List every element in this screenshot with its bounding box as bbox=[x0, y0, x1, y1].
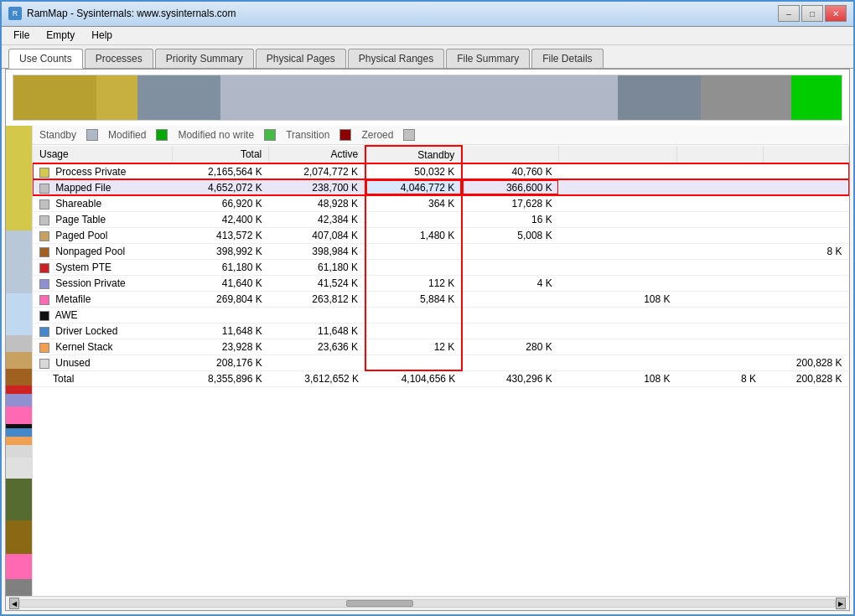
cell-active: 2,074,772 K bbox=[269, 163, 365, 179]
cell-standby bbox=[365, 307, 462, 323]
swatch-page-table bbox=[39, 215, 49, 225]
scroll-right-button[interactable]: ▶ bbox=[836, 598, 846, 609]
table-row[interactable]: Mapped File 4,652,072 K 238,700 K 4,046,… bbox=[33, 179, 849, 195]
tab-priority-summary[interactable]: Priority Summary bbox=[155, 49, 254, 68]
table-row[interactable]: Process Private 2,165,564 K 2,074,772 K … bbox=[33, 163, 849, 179]
table-row[interactable]: Kernel Stack 23,928 K 23,636 K 12 K 280 … bbox=[33, 339, 849, 355]
cell-standby bbox=[365, 243, 462, 259]
cell-transition bbox=[677, 323, 763, 339]
cell-modnow bbox=[559, 307, 677, 323]
cell-usage: Mapped File bbox=[33, 179, 173, 195]
titlebar-controls: – □ ✕ bbox=[778, 5, 847, 22]
table-row[interactable]: Metafile 269,804 K 263,812 K 5,884 K 108… bbox=[33, 291, 849, 307]
menu-empty[interactable]: Empty bbox=[38, 28, 83, 43]
cell-usage: Nonpaged Pool bbox=[33, 243, 173, 259]
cell-zeroed bbox=[763, 307, 849, 323]
cell-usage: Unused bbox=[33, 355, 173, 370]
cell-total: 41,640 K bbox=[173, 275, 269, 291]
menubar: File Empty Help bbox=[2, 27, 853, 45]
left-bar-priority2 bbox=[6, 520, 32, 554]
cell-usage: Paged Pool bbox=[33, 227, 173, 243]
cell-total: 42,400 K bbox=[173, 211, 269, 227]
table-row[interactable]: Session Private 41,640 K 41,524 K 112 K … bbox=[33, 275, 849, 291]
cell-usage: Process Private bbox=[33, 163, 173, 179]
cell-zeroed: 8 K bbox=[763, 243, 849, 259]
close-button[interactable]: ✕ bbox=[825, 5, 847, 22]
cell-transition bbox=[677, 259, 763, 275]
cell-modnow bbox=[559, 211, 677, 227]
minimize-button[interactable]: – bbox=[778, 5, 800, 22]
tab-processes[interactable]: Processes bbox=[85, 49, 153, 68]
cell-modified bbox=[462, 243, 558, 259]
col-active: Active bbox=[269, 146, 365, 164]
swatch-kernel-stack bbox=[39, 343, 49, 353]
cell-total: 61,180 K bbox=[173, 259, 269, 275]
left-bar-kernel-stack bbox=[6, 437, 32, 445]
cell-transition bbox=[677, 211, 763, 227]
mem-seg-1 bbox=[96, 75, 137, 120]
left-bar-system-pte bbox=[6, 386, 32, 394]
cell-active: 407,084 K bbox=[269, 227, 365, 243]
cell-modnow bbox=[559, 195, 677, 211]
cell-active: 42,384 K bbox=[269, 211, 365, 227]
tab-physical-ranges[interactable]: Physical Ranges bbox=[348, 49, 444, 68]
data-table[interactable]: Standby Modified Modified no write Trans… bbox=[33, 126, 849, 596]
cell-total: 66,920 K bbox=[173, 195, 269, 211]
scroll-left-button[interactable]: ◀ bbox=[9, 598, 19, 609]
table-row[interactable]: AWE bbox=[33, 307, 849, 323]
cell-zeroed: 200,828 K bbox=[763, 355, 849, 370]
mem-seg-4 bbox=[618, 75, 701, 120]
cell-total: 4,652,072 K bbox=[173, 179, 269, 195]
cell-modnow bbox=[559, 163, 677, 179]
table-row[interactable]: Shareable 66,920 K 48,928 K 364 K 17,628… bbox=[33, 195, 849, 211]
legend-transition-label: Transition bbox=[286, 129, 329, 141]
cell-zeroed bbox=[763, 227, 849, 243]
cell-transition bbox=[677, 163, 763, 179]
left-bar-metafile bbox=[6, 406, 32, 423]
cell-standby: 364 K bbox=[365, 195, 462, 211]
table-row[interactable]: Unused 208,176 K 200,828 K bbox=[33, 355, 849, 370]
scrollbar-track[interactable] bbox=[19, 599, 836, 608]
col-standby: Standby bbox=[365, 146, 462, 164]
left-bar-unused bbox=[6, 445, 32, 458]
tab-file-details[interactable]: File Details bbox=[531, 49, 603, 68]
cell-zeroed: 200,828 K bbox=[763, 370, 849, 387]
scrollbar-thumb[interactable] bbox=[346, 600, 413, 607]
swatch-metafile bbox=[39, 295, 49, 305]
memory-bar bbox=[13, 75, 842, 121]
cell-total: 2,165,564 K bbox=[173, 163, 269, 179]
table-row[interactable]: Nonpaged Pool 398,992 K 398,984 K 8 K bbox=[33, 243, 849, 259]
cell-transition bbox=[677, 275, 763, 291]
cell-total: 398,992 K bbox=[173, 243, 269, 259]
mem-seg-2 bbox=[137, 75, 220, 120]
horizontal-scrollbar[interactable]: ◀ ▶ bbox=[6, 596, 849, 610]
tab-use-counts[interactable]: Use Counts bbox=[8, 49, 83, 69]
maximize-button[interactable]: □ bbox=[801, 5, 823, 22]
tab-file-summary[interactable]: File Summary bbox=[446, 49, 530, 68]
left-bar-priority3 bbox=[6, 554, 32, 579]
cell-total: 208,176 K bbox=[173, 355, 269, 370]
cell-usage: System PTE bbox=[33, 259, 173, 275]
table-area: Standby Modified Modified no write Trans… bbox=[6, 126, 849, 596]
table-row[interactable]: Driver Locked 11,648 K 11,648 K bbox=[33, 323, 849, 339]
col-modnow bbox=[559, 146, 677, 164]
col-total: Total bbox=[173, 146, 269, 164]
legend-modified-label: Modified bbox=[108, 129, 146, 141]
cell-zeroed bbox=[763, 323, 849, 339]
table-total-row: Total 8,355,896 K 3,612,652 K 4,104,656 … bbox=[33, 370, 849, 387]
cell-modified: 430,296 K bbox=[462, 370, 558, 387]
table-row[interactable]: Paged Pool 413,572 K 407,084 K 1,480 K 5… bbox=[33, 227, 849, 243]
table-row[interactable]: System PTE 61,180 K 61,180 K bbox=[33, 259, 849, 275]
left-bar-nonpaged-pool bbox=[6, 369, 32, 386]
col-usage: Usage bbox=[33, 146, 173, 164]
tab-physical-pages[interactable]: Physical Pages bbox=[256, 49, 346, 68]
cell-modified: 5,008 K bbox=[462, 227, 558, 243]
menu-file[interactable]: File bbox=[5, 28, 38, 43]
table-row[interactable]: Page Table 42,400 K 42,384 K 16 K bbox=[33, 211, 849, 227]
cell-transition bbox=[677, 195, 763, 211]
left-bar-total bbox=[6, 458, 32, 479]
cell-zeroed bbox=[763, 211, 849, 227]
cell-standby bbox=[365, 355, 462, 370]
menu-help[interactable]: Help bbox=[83, 28, 121, 43]
cell-standby bbox=[365, 259, 462, 275]
